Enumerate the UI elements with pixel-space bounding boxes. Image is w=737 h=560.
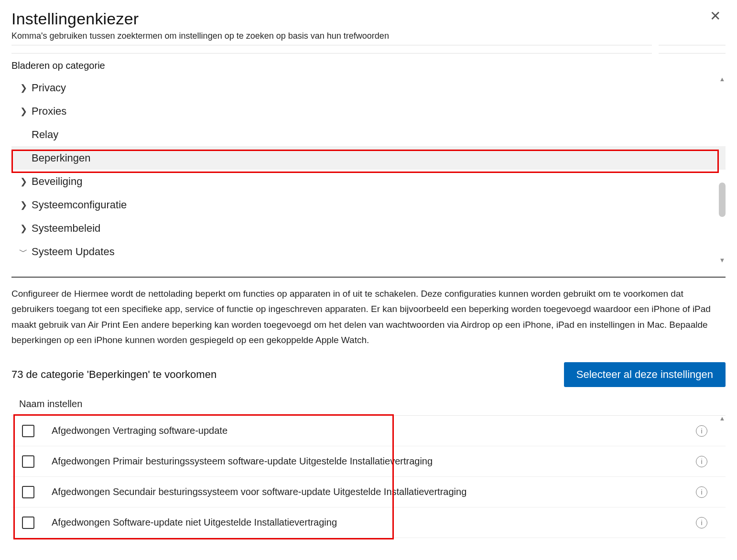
setting-label: Afgedwongen Primair besturingssysteem so… [52, 456, 696, 467]
tree-item-systeembeleid[interactable]: ❯Systeembeleid [11, 216, 726, 240]
chevron-right-icon[interactable]: ❯ [15, 176, 32, 187]
setting-label: Afgedwongen Software-update niet Uitgest… [52, 517, 696, 528]
setting-row[interactable]: Afgedwongen Software-update niet Uitgest… [11, 507, 726, 538]
setting-label: Afgedwongen Vertraging software-update [52, 425, 696, 436]
tree-item-label: Systeem Updates [32, 246, 115, 258]
divider [11, 277, 726, 278]
tree-item-label: Systeembeleid [32, 222, 100, 235]
tree-item-systeem-updates[interactable]: ﹀Systeem Updates [11, 240, 726, 263]
settings-list: Afgedwongen Vertraging software-updateiA… [11, 415, 726, 538]
setting-checkbox[interactable] [22, 486, 34, 498]
result-count: 73 de categorie 'Beperkingen' te voorkom… [11, 368, 217, 381]
dialog-title: Instellingenkiezer [11, 10, 389, 28]
tree-item-beveiliging[interactable]: ❯Beveiliging [11, 170, 726, 193]
category-description: Configureer de Hiermee wordt de nettolad… [11, 286, 726, 348]
tree-scrollbar[interactable]: ▲ ▼ [719, 76, 726, 263]
tree-item-label: Relay [32, 129, 58, 141]
dialog-subtitle: Komma's gebruiken tussen zoektermen om i… [11, 31, 389, 41]
close-button[interactable]: ✕ [705, 10, 726, 23]
tree-item-label: Systeemconfiguratie [32, 199, 127, 211]
scroll-up-icon[interactable]: ▲ [719, 76, 726, 82]
column-header-name: Naam instellen [19, 398, 726, 409]
setting-row[interactable]: Afgedwongen Secundair besturingssysteem … [11, 477, 726, 507]
chevron-right-icon[interactable]: ❯ [15, 223, 32, 234]
info-icon[interactable]: i [696, 456, 707, 467]
chevron-right-icon[interactable]: ❯ [15, 83, 32, 93]
tree-item-privacy[interactable]: ❯Privacy [11, 76, 726, 99]
info-icon[interactable]: i [696, 486, 707, 498]
browse-by-category-label: Bladeren op categorie [11, 60, 726, 71]
scroll-down-icon[interactable]: ▼ [719, 257, 726, 263]
setting-row[interactable]: Afgedwongen Vertraging software-updatei [11, 416, 726, 446]
tree-item-label: Proxies [32, 105, 66, 118]
tree-item-label: Beperkingen [32, 152, 91, 164]
tree-item-relay[interactable]: Relay [11, 123, 726, 146]
search-aux[interactable] [659, 45, 726, 54]
info-icon[interactable]: i [696, 517, 707, 528]
scroll-thumb[interactable] [719, 183, 726, 217]
tree-item-label: Privacy [32, 82, 66, 94]
search-input[interactable] [11, 45, 652, 54]
tree-item-beperkingen[interactable]: Beperkingen [11, 146, 726, 170]
info-icon[interactable]: i [696, 425, 707, 437]
tree-item-proxies[interactable]: ❯Proxies [11, 99, 726, 123]
scroll-up-icon[interactable]: ▲ [719, 415, 726, 421]
tree-item-systeemconfiguratie[interactable]: ❯Systeemconfiguratie [11, 193, 726, 216]
select-all-button[interactable]: Selecteer al deze instellingen [564, 362, 726, 387]
setting-checkbox[interactable] [22, 455, 34, 468]
chevron-right-icon[interactable]: ❯ [15, 200, 32, 210]
chevron-right-icon[interactable]: ❯ [15, 106, 32, 117]
setting-row[interactable]: Afgedwongen Primair besturingssysteem so… [11, 446, 726, 477]
category-tree: ❯Privacy❯ProxiesRelayBeperkingen❯Beveili… [11, 76, 726, 263]
setting-label: Afgedwongen Secundair besturingssysteem … [52, 486, 696, 497]
settings-scrollbar[interactable]: ▲ ▼ [719, 415, 726, 541]
setting-checkbox[interactable] [22, 425, 34, 437]
tree-item-label: Beveiliging [32, 175, 82, 188]
setting-checkbox[interactable] [22, 517, 34, 529]
chevron-down-icon[interactable]: ﹀ [15, 246, 32, 258]
